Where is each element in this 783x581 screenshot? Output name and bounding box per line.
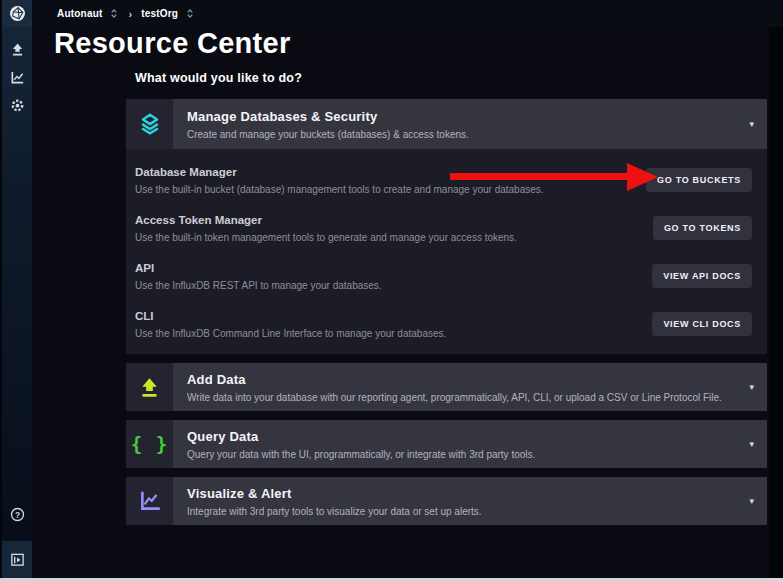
chevron-down-icon[interactable]: ▾ — [749, 420, 767, 468]
item-text: Database Manager Use the built-in bucket… — [135, 166, 544, 195]
page-subtitle: What would you like to do? — [135, 71, 302, 85]
list-item-api: API Use the InfluxDB REST API to manage … — [135, 252, 752, 300]
item-description: Use the InfluxDB REST API to manage your… — [135, 280, 382, 291]
section-visualize-alert: Visualize & Alert Integrate with 3rd par… — [126, 477, 767, 525]
section-query-data: { } Query Data Query your data with the … — [126, 420, 767, 468]
section-title: Add Data — [187, 372, 735, 387]
section-header-text: Manage Databases & Security Create and m… — [173, 99, 749, 149]
page-title: Resource Center — [54, 27, 291, 60]
section-icon-cell: { } — [126, 420, 173, 468]
sort-caret-icon — [185, 8, 195, 19]
section-icon-cell — [126, 99, 173, 149]
item-title: Database Manager — [135, 166, 544, 178]
section-description: Query your data with the UI, programmati… — [187, 449, 735, 460]
section-header-text: Query Data Query your data with the UI, … — [173, 420, 749, 468]
sidebar-item-help[interactable]: ? — [2, 507, 32, 522]
section-header-visualize-alert[interactable]: Visualize & Alert Integrate with 3rd par… — [126, 477, 767, 525]
view-cli-docs-button[interactable]: VIEW CLI DOCS — [652, 312, 752, 336]
help-icon: ? — [10, 507, 25, 522]
item-text: API Use the InfluxDB REST API to manage … — [135, 262, 382, 291]
sidebar-item-data-explorer[interactable] — [2, 69, 32, 85]
item-text: CLI Use the InfluxDB Command Line Interf… — [135, 310, 446, 339]
list-item-access-token-manager: Access Token Manager Use the built-in to… — [135, 204, 752, 252]
list-item-cli: CLI Use the InfluxDB Command Line Interf… — [135, 300, 752, 348]
sidebar: ? — [2, 0, 32, 578]
influxdb-logo[interactable] — [2, 0, 32, 27]
svg-text:?: ? — [14, 510, 19, 520]
section-icon-cell — [126, 477, 173, 525]
section-header-query-data[interactable]: { } Query Data Query your data with the … — [126, 420, 767, 468]
upload-icon — [138, 376, 161, 399]
sidebar-item-version[interactable] — [2, 541, 32, 578]
section-add-data: Add Data Write data into your database w… — [126, 363, 767, 411]
section-body-manage-databases: Database Manager Use the built-in bucket… — [126, 149, 767, 354]
sort-caret-icon — [109, 8, 119, 19]
topbar: Autonaut › testOrg — [32, 0, 783, 27]
section-header-add-data[interactable]: Add Data Write data into your database w… — [126, 363, 767, 411]
go-to-tokens-button[interactable]: GO TO TOKENS — [653, 216, 752, 240]
view-api-docs-button[interactable]: VIEW API DOCS — [652, 264, 752, 288]
item-description: Use the built-in token management tools … — [135, 232, 517, 243]
chart-line-icon — [138, 489, 162, 513]
section-title: Query Data — [187, 429, 735, 444]
item-description: Use the InfluxDB Command Line Interface … — [135, 328, 446, 339]
influxdb-logo-icon — [9, 5, 26, 22]
sidebar-item-load-data[interactable] — [2, 41, 32, 57]
right-edge-column — [769, 27, 783, 578]
graph-icon — [10, 70, 25, 85]
chevron-down-icon[interactable]: ▾ — [749, 99, 767, 149]
section-description: Integrate with 3rd party tools to visual… — [187, 506, 735, 517]
section-description: Create and manage your buckets (database… — [187, 129, 735, 140]
layers-icon — [137, 111, 163, 137]
resource-center-panel: Manage Databases & Security Create and m… — [126, 99, 767, 534]
section-title: Manage Databases & Security — [187, 109, 735, 124]
section-description: Write data into your database with our r… — [187, 392, 735, 403]
section-manage-databases: Manage Databases & Security Create and m… — [126, 99, 767, 354]
item-title: API — [135, 262, 382, 274]
list-item-database-manager: Database Manager Use the built-in bucket… — [135, 156, 752, 204]
go-to-buckets-button[interactable]: GO TO BUCKETS — [646, 168, 752, 192]
breadcrumb-org-label: Autonaut — [57, 8, 102, 19]
item-title: Access Token Manager — [135, 214, 517, 226]
sidebar-nav — [2, 41, 32, 113]
item-description: Use the built-in bucket (database) manag… — [135, 184, 544, 195]
braces-icon: { } — [131, 433, 168, 455]
item-title: CLI — [135, 310, 446, 322]
breadcrumb-separator: › — [128, 8, 132, 20]
gear-icon — [10, 98, 25, 113]
section-icon-cell — [126, 363, 173, 411]
section-header-manage-databases[interactable]: Manage Databases & Security Create and m… — [126, 99, 767, 149]
breadcrumb-org[interactable]: Autonaut — [57, 8, 119, 19]
item-text: Access Token Manager Use the built-in to… — [135, 214, 517, 243]
section-header-text: Visualize & Alert Integrate with 3rd par… — [173, 477, 749, 525]
feedback-icon — [10, 552, 25, 567]
chevron-down-icon[interactable]: ▾ — [749, 363, 767, 411]
section-title: Visualize & Alert — [187, 486, 735, 501]
chevron-down-icon[interactable]: ▾ — [749, 477, 767, 525]
sidebar-item-settings[interactable] — [2, 97, 32, 113]
section-header-text: Add Data Write data into your database w… — [173, 363, 749, 411]
breadcrumb-account-label: testOrg — [141, 8, 178, 19]
upload-icon — [10, 42, 25, 57]
breadcrumb-account[interactable]: testOrg — [141, 8, 195, 19]
